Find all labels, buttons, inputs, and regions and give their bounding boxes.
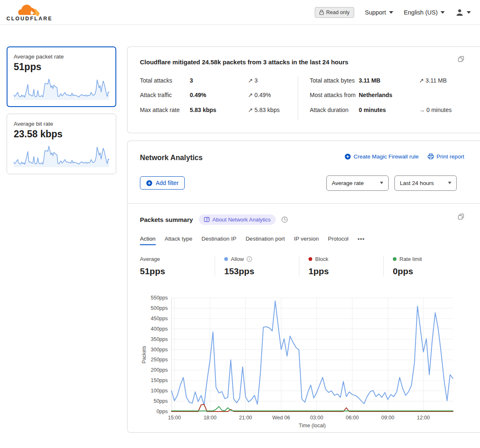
read-only-label: Read only bbox=[326, 10, 350, 15]
metric-select[interactable]: Average rate bbox=[326, 175, 389, 191]
packets-time-series-chart[interactable]: 0pps50pps100pps150pps200pps250pps300pps3… bbox=[140, 294, 455, 431]
stat-average: Average 51pps bbox=[140, 256, 215, 276]
tab-attack-type[interactable]: Attack type bbox=[165, 236, 193, 245]
svg-text:400pps: 400pps bbox=[151, 326, 168, 332]
stat-row: Attack traffic 0.49% ↗0.49% bbox=[140, 91, 298, 99]
stat-row: Max attack rate 5.83 kbps ↗5.83 kbps bbox=[140, 106, 298, 114]
packets-stats-row: Average 51pps Allow 153pps bbox=[140, 256, 468, 276]
time-range-select[interactable]: Last 24 hours bbox=[394, 175, 457, 191]
packet-rate-sparkline bbox=[14, 77, 109, 100]
tab-destination-port[interactable]: Destination port bbox=[245, 236, 285, 245]
svg-text:350pps: 350pps bbox=[151, 336, 168, 342]
stat-value: 1pps bbox=[309, 266, 383, 276]
copy-icon[interactable] bbox=[458, 214, 464, 222]
book-icon bbox=[204, 217, 210, 222]
network-analytics-title: Network Analytics bbox=[140, 153, 203, 162]
stat-trend: ↗3 bbox=[248, 76, 258, 85]
svg-text:50pps: 50pps bbox=[154, 398, 168, 404]
summary-stats-left: Total attacks 3 ↗3 Attack traffic 0.49% … bbox=[140, 76, 298, 120]
svg-text:300pps: 300pps bbox=[151, 346, 168, 352]
support-menu[interactable]: Support bbox=[365, 9, 393, 16]
chevron-down-icon bbox=[389, 11, 393, 14]
trend-up-icon: ↗ bbox=[419, 77, 424, 84]
stat-value: 3 bbox=[190, 76, 248, 85]
printer-icon bbox=[428, 153, 434, 159]
stat-trend: →0 minutes bbox=[419, 106, 452, 114]
tab-ip-version[interactable]: IP version bbox=[294, 236, 319, 245]
support-label: Support bbox=[365, 9, 386, 16]
language-menu[interactable]: English (US) bbox=[404, 9, 445, 16]
create-magic-firewall-rule-link[interactable]: Create Magic Firewall rule bbox=[345, 153, 419, 160]
metric-label: Average bit rate bbox=[14, 121, 109, 127]
chevron-down-icon bbox=[467, 11, 471, 14]
svg-text:Time (local): Time (local) bbox=[299, 423, 326, 429]
stat-value: 0.49% bbox=[190, 91, 248, 99]
trend-flat-icon: → bbox=[419, 107, 425, 113]
network-analytics-card: Network Analytics Create Magic Firewall … bbox=[127, 141, 480, 433]
tab-destination-ip[interactable]: Destination IP bbox=[201, 236, 236, 245]
stat-rate-limit: Rate limit 0pps bbox=[383, 256, 468, 276]
svg-text:250pps: 250pps bbox=[151, 357, 168, 363]
summary-stats-right: Total attack bytes 3.11 MB ↗3.11 MB Most… bbox=[298, 76, 468, 120]
svg-text:Packets: Packets bbox=[141, 346, 147, 364]
svg-text:500pps: 500pps bbox=[151, 305, 168, 311]
stat-row: Most attacks from Netherlands bbox=[310, 91, 468, 99]
metric-card-bit-rate[interactable]: Average bit rate 23.58 kbps bbox=[7, 114, 116, 174]
svg-text:Wed 06: Wed 06 bbox=[272, 415, 290, 421]
metrics-sidebar: Average packet rate 51pps Average bit ra… bbox=[7, 46, 116, 181]
stat-label: Most attacks from bbox=[310, 91, 359, 99]
stat-value: 51pps bbox=[140, 266, 215, 276]
account-menu[interactable] bbox=[456, 8, 471, 17]
svg-text:200pps: 200pps bbox=[151, 367, 168, 373]
packets-summary-title: Packets summary bbox=[140, 216, 193, 223]
packets-tabs: Action Attack type Destination IP Destin… bbox=[140, 236, 468, 245]
about-network-analytics-badge[interactable]: About Network Analytics bbox=[199, 214, 276, 225]
bit-rate-sparkline bbox=[14, 144, 109, 167]
stat-label: Attack traffic bbox=[140, 91, 190, 99]
stat-label: Block bbox=[315, 256, 328, 262]
stat-row: Attack duration 0 minutes →0 minutes bbox=[310, 106, 468, 114]
stat-value: Netherlands bbox=[359, 91, 419, 99]
tab-action[interactable]: Action bbox=[140, 236, 156, 245]
stat-allow: Allow 153pps bbox=[215, 256, 299, 276]
plus-circle-icon bbox=[146, 180, 152, 186]
svg-text:150pps: 150pps bbox=[151, 377, 168, 383]
stat-label: Attack duration bbox=[310, 106, 359, 114]
stat-value: 3.11 MB bbox=[359, 76, 419, 85]
svg-text:550pps: 550pps bbox=[151, 295, 168, 301]
tabs-more-button[interactable]: ••• bbox=[358, 236, 365, 245]
stat-label: Total attack bytes bbox=[310, 76, 359, 85]
plus-circle-icon bbox=[345, 153, 351, 160]
attack-summary-card: Cloudflare mitigated 24.58k packets from… bbox=[127, 46, 480, 133]
metric-value: 23.58 kbps bbox=[14, 129, 109, 140]
print-report-link[interactable]: Print report bbox=[428, 153, 464, 160]
lock-icon bbox=[319, 10, 324, 15]
trend-up-icon: ↗ bbox=[248, 92, 253, 98]
clock-icon[interactable] bbox=[282, 217, 288, 223]
info-icon[interactable] bbox=[247, 256, 252, 262]
svg-text:100pps: 100pps bbox=[151, 388, 168, 394]
svg-text:0pps: 0pps bbox=[157, 409, 168, 414]
stat-label: Rate limit bbox=[399, 256, 422, 262]
time-range-select-value: Last 24 hours bbox=[400, 180, 434, 186]
svg-text:18:00: 18:00 bbox=[203, 415, 216, 421]
tab-protocol[interactable]: Protocol bbox=[328, 236, 349, 245]
stat-label: Max attack rate bbox=[140, 106, 190, 114]
add-filter-button[interactable]: Add filter bbox=[140, 176, 185, 190]
stat-value: 0 minutes bbox=[359, 106, 419, 114]
chevron-down-icon bbox=[448, 182, 451, 184]
copy-icon[interactable] bbox=[458, 56, 464, 64]
stat-trend: ↗3.11 MB bbox=[419, 76, 447, 85]
svg-text:03:00: 03:00 bbox=[310, 415, 323, 421]
metric-card-packet-rate[interactable]: Average packet rate 51pps bbox=[7, 46, 116, 107]
stat-value: 5.83 kbps bbox=[190, 106, 248, 114]
svg-text:09:00: 09:00 bbox=[381, 415, 394, 421]
packets-summary-section: Packets summary About Network Analytics bbox=[127, 204, 480, 432]
cloudflare-cloud-icon bbox=[17, 3, 42, 17]
chevron-down-icon bbox=[380, 182, 383, 184]
stat-value: 0pps bbox=[393, 266, 468, 276]
cloudflare-wordmark: CLOUDFLARE bbox=[6, 16, 52, 22]
cloudflare-logo[interactable]: CLOUDFLARE bbox=[7, 3, 52, 22]
svg-text:12:00: 12:00 bbox=[417, 415, 430, 421]
stat-row: Total attack bytes 3.11 MB ↗3.11 MB bbox=[310, 76, 468, 85]
